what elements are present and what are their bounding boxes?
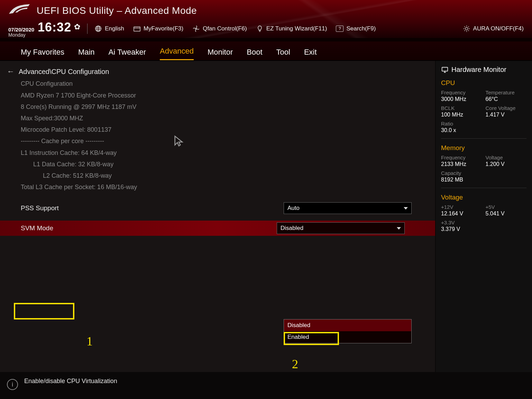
hw-5v-value: 5.041 V <box>486 211 527 217</box>
hw-mem-volt-label: Voltage <box>486 155 527 160</box>
settings-gear-icon[interactable]: ✿ <box>74 22 80 31</box>
pss-select[interactable]: Auto <box>284 202 412 214</box>
date-text: 07/20/2020 <box>8 27 34 33</box>
folder-icon <box>133 25 141 33</box>
caret-down-icon <box>397 227 401 230</box>
svm-label: SVM Mode <box>21 224 277 232</box>
info-maxspeed: Max Speed:3000 MHZ <box>21 114 428 123</box>
tab-boot[interactable]: Boot <box>247 48 262 60</box>
pss-value: Auto <box>287 205 300 212</box>
hw-mem-title: Memory <box>435 142 532 153</box>
info-cpu-model: AMD Ryzen 7 1700 Eight-Core Processor <box>21 91 428 100</box>
hw-mem-freq-value: 2133 MHz <box>441 161 482 167</box>
svm-dropdown: Disabled Enabled <box>284 319 412 343</box>
svm-select[interactable]: Disabled <box>277 222 405 234</box>
cpu-info-block: CPU Configuration AMD Ryzen 7 1700 Eight… <box>7 80 428 192</box>
main-tabs: My Favorites Main Ai Tweaker Advanced Mo… <box>0 41 532 61</box>
hw-mem-volt-value: 1.200 V <box>486 161 527 167</box>
hw-cpu-temp-label: Temperature <box>486 90 527 95</box>
hw-33v-label: +3.3V <box>441 220 482 225</box>
info-l1i: L1 Instruction Cache: 64 KB/4-way <box>21 149 428 157</box>
info-icon: i <box>7 379 18 390</box>
info-l1d: L1 Data Cache: 32 KB/8-way <box>21 160 428 169</box>
aura-icon <box>463 25 470 33</box>
help-text: Enable/disable CPU Virtualization <box>24 378 117 385</box>
aura-toggle-button[interactable]: AURA ON/OFF(F4) <box>463 25 524 33</box>
app-title: UEFI BIOS Utility – Advanced Mode <box>37 5 197 16</box>
myfavorite-button[interactable]: MyFavorite(F3) <box>133 25 183 33</box>
annotation-number-2: 2 <box>292 357 298 371</box>
annotation-number-1: 1 <box>86 334 93 349</box>
hw-cpu-title: CPU <box>435 77 532 88</box>
info-l2: L2 Cache: 512 KB/8-way <box>21 171 428 180</box>
hw-mem-freq-label: Frequency <box>441 155 482 160</box>
search-button[interactable]: ? Search(F9) <box>336 25 376 32</box>
hw-cpu-freq-label: Frequency <box>441 90 482 95</box>
mouse-cursor-icon <box>173 135 185 148</box>
qfan-button[interactable]: Qfan Control(F6) <box>192 25 247 33</box>
annotation-box-1 <box>14 303 74 319</box>
eztuning-button[interactable]: EZ Tuning Wizard(F11) <box>256 25 327 33</box>
tab-tool[interactable]: Tool <box>276 48 290 60</box>
datetime-block: 07/20/2020 Monday 16:32 ✿ <box>8 20 80 37</box>
svm-option-disabled[interactable]: Disabled <box>284 319 411 331</box>
svg-point-4 <box>465 28 468 30</box>
svm-value: Disabled <box>281 225 303 232</box>
bulb-icon <box>256 25 264 33</box>
pss-label: PSS Support <box>21 204 284 212</box>
language-button[interactable]: English <box>94 25 124 33</box>
option-pss-support: PSS Support Auto <box>7 201 428 216</box>
fan-icon <box>192 25 200 33</box>
svg-rect-5 <box>442 67 448 71</box>
globe-icon <box>94 25 102 33</box>
option-svm-mode: SVM Mode Disabled <box>0 221 435 236</box>
hardware-monitor-panel: Hardware Monitor CPU Frequency3000 MHzTe… <box>435 61 532 372</box>
svm-option-enabled[interactable]: Enabled <box>284 331 411 343</box>
hw-12v-label: +12V <box>441 204 482 210</box>
caret-down-icon <box>404 207 408 210</box>
tab-myfavorites[interactable]: My Favorites <box>21 48 64 60</box>
hw-cpu-freq-value: 3000 MHz <box>441 96 482 102</box>
hw-12v-value: 12.164 V <box>441 211 482 217</box>
info-microcode: Microcode Patch Level: 8001137 <box>21 126 428 134</box>
info-section-title: CPU Configuration <box>21 80 428 88</box>
hw-volt-title: Voltage <box>435 192 532 203</box>
separator <box>87 24 88 34</box>
info-cores: 8 Core(s) Running @ 2997 MHz 1187 mV <box>21 103 428 111</box>
tab-monitor[interactable]: Monitor <box>208 48 233 60</box>
hw-bclk-label: BCLK <box>441 105 482 111</box>
hw-bclk-value: 100 MHz <box>441 112 482 118</box>
tab-aitweaker[interactable]: Ai Tweaker <box>109 48 146 60</box>
help-strip: i Enable/disable CPU Virtualization <box>0 372 532 399</box>
hw-ratio-value: 30.0 x <box>441 127 482 133</box>
hw-33v-value: 3.379 V <box>441 226 482 232</box>
hw-5v-label: +5V <box>486 204 527 210</box>
tab-exit[interactable]: Exit <box>304 48 317 60</box>
back-arrow-icon[interactable]: ← <box>7 67 15 76</box>
svg-rect-2 <box>134 27 140 31</box>
rog-logo-icon <box>8 3 30 18</box>
info-cache-header: --------- Cache per core --------- <box>21 137 428 146</box>
day-text: Monday <box>8 33 34 38</box>
hw-cpu-temp-value: 66°C <box>486 96 527 102</box>
time-text: 16:32 <box>38 20 71 35</box>
hw-vcore-label: Core Voltage <box>486 105 527 111</box>
monitor-icon <box>441 66 449 74</box>
search-key-icon: ? <box>336 26 343 32</box>
hw-ratio-label: Ratio <box>441 121 482 127</box>
svg-point-3 <box>195 28 197 29</box>
breadcrumb: Advanced\CPU Configuration <box>19 68 109 76</box>
hw-vcore-value: 1.417 V <box>486 112 527 118</box>
info-l3: Total L3 Cache per Socket: 16 MB/16-way <box>21 183 428 192</box>
tab-main[interactable]: Main <box>78 48 95 60</box>
hw-mem-cap-value: 8192 MB <box>441 177 482 183</box>
hw-title: Hardware Monitor <box>451 66 506 74</box>
tab-advanced[interactable]: Advanced <box>160 47 194 60</box>
hw-mem-cap-label: Capacity <box>441 170 482 176</box>
